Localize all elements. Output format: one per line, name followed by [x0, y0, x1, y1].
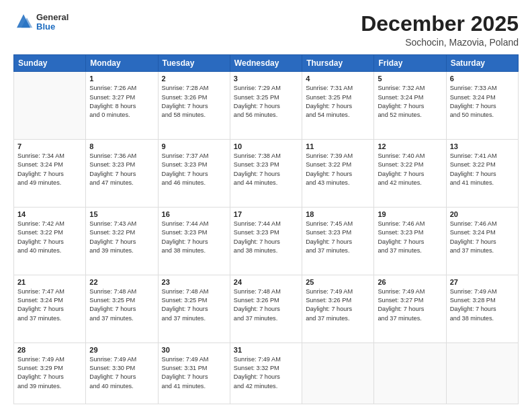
cell-text: Sunrise: 7:44 AMSunset: 3:23 PMDaylight:… — [234, 220, 298, 255]
table-cell: 14Sunrise: 7:42 AMSunset: 3:22 PMDayligh… — [14, 207, 86, 275]
day-number: 31 — [234, 346, 298, 354]
table-cell — [446, 342, 518, 404]
cell-text: Sunrise: 7:48 AMSunset: 3:25 PMDaylight:… — [89, 287, 154, 323]
day-number: 3 — [234, 75, 298, 83]
day-number: 7 — [17, 142, 82, 150]
week-row-5: 28Sunrise: 7:49 AMSunset: 3:29 PMDayligh… — [14, 342, 519, 404]
cell-text: Sunrise: 7:49 AMSunset: 3:27 PMDaylight:… — [378, 287, 442, 323]
day-number: 4 — [306, 75, 370, 83]
table-cell: 17Sunrise: 7:44 AMSunset: 3:23 PMDayligh… — [230, 207, 302, 275]
day-number: 19 — [378, 210, 442, 218]
table-cell: 1Sunrise: 7:26 AMSunset: 3:27 PMDaylight… — [86, 72, 158, 140]
day-number: 18 — [306, 210, 370, 218]
table-cell: 5Sunrise: 7:32 AMSunset: 3:24 PMDaylight… — [374, 72, 446, 140]
day-number: 8 — [89, 142, 154, 150]
table-cell: 16Sunrise: 7:44 AMSunset: 3:23 PMDayligh… — [158, 207, 230, 275]
col-wednesday: Wednesday — [230, 55, 302, 72]
day-number: 17 — [234, 210, 298, 218]
table-cell: 19Sunrise: 7:46 AMSunset: 3:23 PMDayligh… — [374, 207, 446, 275]
table-cell: 15Sunrise: 7:43 AMSunset: 3:22 PMDayligh… — [86, 207, 158, 275]
table-cell: 2Sunrise: 7:28 AMSunset: 3:26 PMDaylight… — [158, 72, 230, 140]
table-cell: 20Sunrise: 7:46 AMSunset: 3:24 PMDayligh… — [446, 207, 518, 275]
table-cell: 3Sunrise: 7:29 AMSunset: 3:25 PMDaylight… — [230, 72, 302, 140]
table-cell: 18Sunrise: 7:45 AMSunset: 3:23 PMDayligh… — [302, 207, 374, 275]
day-number: 9 — [162, 142, 226, 150]
table-cell: 25Sunrise: 7:49 AMSunset: 3:26 PMDayligh… — [302, 275, 374, 342]
table-cell — [302, 342, 374, 404]
cell-text: Sunrise: 7:49 AMSunset: 3:30 PMDaylight:… — [89, 355, 154, 391]
cell-text: Sunrise: 7:31 AMSunset: 3:25 PMDaylight:… — [306, 84, 370, 120]
cell-text: Sunrise: 7:49 AMSunset: 3:26 PMDaylight:… — [306, 287, 370, 323]
table-cell: 24Sunrise: 7:48 AMSunset: 3:26 PMDayligh… — [230, 275, 302, 342]
day-number: 26 — [378, 278, 442, 286]
col-saturday: Saturday — [446, 55, 518, 72]
table-cell: 22Sunrise: 7:48 AMSunset: 3:25 PMDayligh… — [86, 275, 158, 342]
table-cell: 27Sunrise: 7:49 AMSunset: 3:28 PMDayligh… — [446, 275, 518, 342]
day-number: 1 — [89, 75, 154, 83]
day-number: 2 — [162, 75, 226, 83]
day-number: 5 — [378, 75, 442, 83]
cell-text: Sunrise: 7:33 AMSunset: 3:24 PMDaylight:… — [450, 84, 515, 120]
cell-text: Sunrise: 7:37 AMSunset: 3:23 PMDaylight:… — [162, 152, 226, 187]
cell-text: Sunrise: 7:49 AMSunset: 3:28 PMDaylight:… — [450, 287, 515, 323]
day-number: 6 — [450, 75, 515, 83]
col-friday: Friday — [374, 55, 446, 72]
day-number: 11 — [306, 142, 370, 150]
table-cell — [14, 72, 86, 140]
day-number: 13 — [450, 142, 515, 150]
location: Sochocin, Mazovia, Poland — [361, 37, 519, 48]
col-monday: Monday — [86, 55, 158, 72]
logo-icon — [13, 12, 34, 32]
table-cell: 6Sunrise: 7:33 AMSunset: 3:24 PMDaylight… — [446, 72, 518, 140]
day-number: 25 — [306, 278, 370, 286]
col-tuesday: Tuesday — [158, 55, 230, 72]
cell-text: Sunrise: 7:46 AMSunset: 3:23 PMDaylight:… — [378, 220, 442, 255]
week-row-3: 14Sunrise: 7:42 AMSunset: 3:22 PMDayligh… — [14, 207, 519, 275]
month-year: December 2025 — [361, 12, 519, 36]
cell-text: Sunrise: 7:38 AMSunset: 3:23 PMDaylight:… — [234, 152, 298, 187]
calendar-table: Sunday Monday Tuesday Wednesday Thursday… — [13, 54, 519, 404]
cell-text: Sunrise: 7:42 AMSunset: 3:22 PMDaylight:… — [17, 220, 82, 255]
week-row-4: 21Sunrise: 7:47 AMSunset: 3:24 PMDayligh… — [14, 275, 519, 342]
table-cell: 13Sunrise: 7:41 AMSunset: 3:22 PMDayligh… — [446, 140, 518, 208]
cell-text: Sunrise: 7:49 AMSunset: 3:31 PMDaylight:… — [162, 355, 226, 391]
day-number: 24 — [234, 278, 298, 286]
day-number: 15 — [89, 210, 154, 218]
table-cell: 29Sunrise: 7:49 AMSunset: 3:30 PMDayligh… — [86, 342, 158, 404]
table-cell: 31Sunrise: 7:49 AMSunset: 3:32 PMDayligh… — [230, 342, 302, 404]
page: General Blue December 2025 Sochocin, Maz… — [0, 0, 532, 411]
table-cell: 10Sunrise: 7:38 AMSunset: 3:23 PMDayligh… — [230, 140, 302, 208]
title-block: December 2025 Sochocin, Mazovia, Poland — [361, 12, 519, 48]
cell-text: Sunrise: 7:28 AMSunset: 3:26 PMDaylight:… — [162, 84, 226, 120]
cell-text: Sunrise: 7:29 AMSunset: 3:25 PMDaylight:… — [234, 84, 298, 120]
table-cell: 30Sunrise: 7:49 AMSunset: 3:31 PMDayligh… — [158, 342, 230, 404]
cell-text: Sunrise: 7:44 AMSunset: 3:23 PMDaylight:… — [162, 220, 226, 255]
day-number: 20 — [450, 210, 515, 218]
logo-text: General Blue — [36, 13, 69, 32]
cell-text: Sunrise: 7:48 AMSunset: 3:26 PMDaylight:… — [234, 287, 298, 323]
table-cell: 9Sunrise: 7:37 AMSunset: 3:23 PMDaylight… — [158, 140, 230, 208]
col-sunday: Sunday — [14, 55, 86, 72]
table-cell: 12Sunrise: 7:40 AMSunset: 3:22 PMDayligh… — [374, 140, 446, 208]
table-cell: 26Sunrise: 7:49 AMSunset: 3:27 PMDayligh… — [374, 275, 446, 342]
table-cell: 7Sunrise: 7:34 AMSunset: 3:24 PMDaylight… — [14, 140, 86, 208]
cell-text: Sunrise: 7:47 AMSunset: 3:24 PMDaylight:… — [17, 287, 82, 323]
day-number: 28 — [17, 346, 82, 354]
logo-blue: Blue — [36, 22, 69, 32]
day-number: 30 — [162, 346, 226, 354]
day-number: 23 — [162, 278, 226, 286]
cell-text: Sunrise: 7:34 AMSunset: 3:24 PMDaylight:… — [17, 152, 82, 187]
day-number: 12 — [378, 142, 442, 150]
table-cell: 21Sunrise: 7:47 AMSunset: 3:24 PMDayligh… — [14, 275, 86, 342]
week-row-2: 7Sunrise: 7:34 AMSunset: 3:24 PMDaylight… — [14, 140, 519, 208]
day-number: 14 — [17, 210, 82, 218]
logo-general: General — [36, 13, 69, 22]
col-thursday: Thursday — [302, 55, 374, 72]
cell-text: Sunrise: 7:49 AMSunset: 3:32 PMDaylight:… — [234, 355, 298, 391]
week-row-1: 1Sunrise: 7:26 AMSunset: 3:27 PMDaylight… — [14, 72, 519, 140]
day-number: 29 — [89, 346, 154, 354]
day-number: 10 — [234, 142, 298, 150]
day-number: 27 — [450, 278, 515, 286]
cell-text: Sunrise: 7:45 AMSunset: 3:23 PMDaylight:… — [306, 220, 370, 255]
calendar-header-row: Sunday Monday Tuesday Wednesday Thursday… — [14, 55, 519, 72]
